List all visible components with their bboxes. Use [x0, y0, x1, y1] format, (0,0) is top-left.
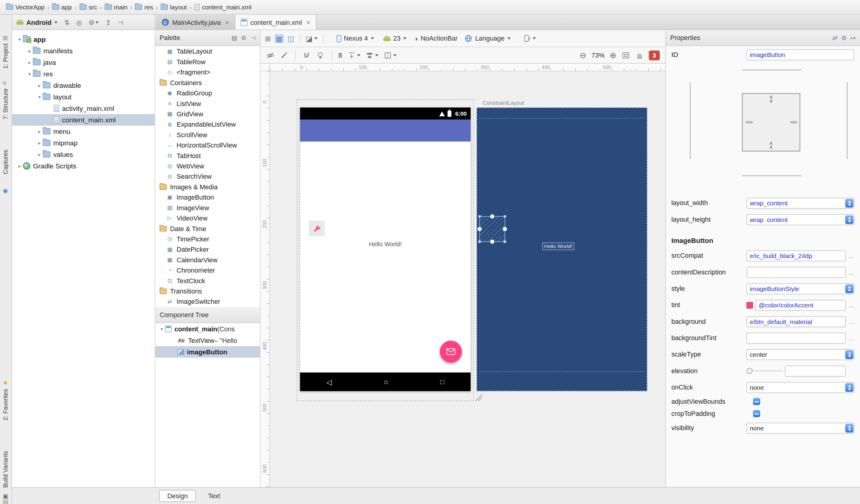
canvas-resize-grip[interactable] [474, 393, 483, 402]
settings-button[interactable]: ⚙ [89, 19, 99, 26]
infer-constraints-icon[interactable] [316, 51, 325, 60]
more-button[interactable]: … [848, 269, 855, 275]
theme-editor-button[interactable]: ◪ [306, 35, 318, 42]
error-count-badge[interactable]: 3 [649, 50, 660, 60]
prop-field-backgroundTint[interactable] [746, 333, 846, 344]
api-selector[interactable]: 23 [383, 34, 407, 42]
palette-item[interactable]: ⇄ImageSwitcher [155, 296, 260, 306]
palette-item[interactable]: ⊟TabHost [155, 150, 260, 160]
tristate-checkbox[interactable] [753, 410, 760, 417]
component-tree-item[interactable]: AbTextView – "Hello [155, 335, 260, 346]
constraint-anchor-top[interactable] [490, 214, 494, 219]
imagebutton-widget[interactable] [309, 220, 325, 236]
resize-handle[interactable] [478, 215, 481, 218]
breadcrumb-item[interactable]: layout [159, 3, 188, 12]
resize-handle[interactable] [504, 240, 506, 243]
dropdown-arrows-icon[interactable] [845, 383, 853, 392]
default-margin-selector[interactable]: 8 [339, 51, 342, 59]
id-field[interactable]: imageButton [746, 49, 854, 60]
project-tree-item[interactable]: ▾layout [12, 91, 155, 103]
palette-view-mode-icon[interactable]: ▤ [232, 35, 238, 41]
prop-combo-visibility[interactable]: none [746, 422, 855, 433]
tree-arrow-icon[interactable]: ▸ [36, 140, 43, 146]
prop-combo-layout_height[interactable]: wrap_content [746, 214, 855, 225]
tool-window-button[interactable]: 1: Project [2, 43, 9, 69]
blueprint-preview[interactable]: Hello World! [477, 107, 647, 391]
project-tree-item[interactable]: ▾res [12, 68, 155, 80]
palette-item[interactable]: ▧ImageView [155, 202, 260, 213]
prop-field-elevation[interactable] [785, 365, 846, 376]
tab-design[interactable]: Design [159, 490, 196, 502]
prop-field-background[interactable]: e/btn_default_material [746, 316, 846, 327]
palette-item[interactable]: ⊡TextClock [155, 275, 260, 286]
guideline-selector[interactable] [383, 51, 396, 60]
theme-selector[interactable]: ◑ NoActionBar [414, 34, 458, 42]
swap-panel-icon[interactable]: ⇄ [832, 35, 837, 41]
dropdown-arrows-icon[interactable] [845, 423, 853, 432]
close-icon[interactable]: × [225, 18, 229, 26]
breadcrumb-item[interactable]: VectorApp [4, 3, 46, 12]
constraint-anchor-left[interactable] [477, 227, 482, 231]
tool-window-button[interactable]: 2: Favorites [2, 389, 9, 420]
palette-item[interactable]: ◇<fragment> [155, 67, 260, 77]
constraint-anchor-bottom[interactable] [490, 239, 494, 244]
editor-tab-content-main[interactable]: content_main.xml × [235, 15, 316, 30]
dropdown-arrows-icon[interactable] [845, 215, 853, 224]
dropdown-arrows-icon[interactable] [845, 284, 853, 293]
breadcrumb-item[interactable]: main [103, 3, 129, 12]
orientation-selector[interactable] [522, 34, 536, 43]
tool-window-button[interactable]: 7: Structure [2, 88, 9, 120]
project-tree-item[interactable]: ▸menu [12, 126, 155, 137]
palette-item[interactable]: ◔Chronometer [155, 265, 260, 275]
hide-panel-icon[interactable]: ⊣ [250, 35, 256, 41]
palette-item[interactable]: ▦DatePicker [155, 244, 260, 255]
pack-selector[interactable] [347, 51, 360, 60]
palette-item[interactable]: ◎WebView [155, 161, 260, 171]
palette-item[interactable]: ◷TimePicker [155, 234, 260, 244]
editor-tab-mainactivity[interactable]: C MainActivity.java × [156, 15, 235, 30]
design-mode-icon[interactable]: ⊞ [265, 35, 271, 42]
palette-item[interactable]: ⊙SearchView [155, 171, 260, 182]
prop-combo-layout_width[interactable]: wrap_content [746, 198, 855, 208]
gear-icon[interactable]: ⚙ [241, 35, 246, 41]
more-button[interactable]: … [848, 335, 855, 341]
palette-item[interactable]: ▷VideoView [155, 213, 260, 223]
palette-item[interactable]: ↕ScrollView [155, 129, 260, 140]
tab-text[interactable]: Text [200, 490, 228, 501]
more-button[interactable]: … [848, 252, 855, 259]
zoom-in-button[interactable]: ⊕ [610, 51, 617, 59]
palette-item[interactable]: ↔HorizontalScrollView [155, 140, 260, 150]
tree-arrow-icon[interactable]: ▸ [26, 48, 33, 53]
prop-field-tint[interactable]: @color/colorAccent [755, 300, 846, 311]
slider-knob[interactable] [746, 368, 752, 374]
project-tree-item[interactable]: activity_main.xml [12, 103, 155, 114]
locate-icon[interactable]: ◎ [76, 19, 82, 26]
palette-item[interactable]: ▦TableLayout [155, 46, 260, 56]
textview-hello-world[interactable]: Hello World! [300, 241, 471, 247]
toggle-toolwindows-icon[interactable]: ▣ [3, 492, 9, 499]
floating-action-button[interactable] [440, 341, 462, 362]
prop-combo-scaleType[interactable]: center [746, 349, 855, 360]
prop-combo-style[interactable]: imageButtonStyle [746, 283, 855, 294]
pan-icon[interactable] [635, 51, 644, 60]
collapse-all-icon[interactable]: ↥ [105, 19, 111, 26]
gear-icon[interactable]: ⚙ [841, 35, 847, 41]
constraint-inspector[interactable]: ∨∨ ∧∧ >>> <<< [666, 64, 860, 195]
palette-category[interactable]: Transitions [155, 286, 260, 296]
tree-arrow-icon[interactable]: ▸ [26, 60, 33, 65]
constraint-anchor-right[interactable] [502, 227, 507, 231]
selected-imagebutton[interactable] [479, 216, 505, 242]
tree-arrow-icon[interactable]: ▸ [16, 163, 23, 169]
project-tree-item[interactable]: ▸values [12, 149, 155, 160]
tree-arrow-icon[interactable]: ▾ [158, 326, 165, 332]
prop-field-srcCompat[interactable]: e/ic_build_black_24dp [746, 250, 846, 261]
tristate-checkbox[interactable] [753, 398, 760, 405]
project-tree-item[interactable]: ▾app [12, 33, 155, 45]
palette-item[interactable]: ▦CalendarView [155, 255, 260, 265]
constraint-widget-box[interactable]: ∨∨ ∧∧ >>> <<< [742, 93, 800, 152]
dropdown-arrows-icon[interactable] [845, 350, 853, 359]
breadcrumb-item[interactable]: res [133, 3, 155, 12]
palette-category[interactable]: Containers [155, 77, 260, 88]
tree-arrow-icon[interactable]: ▾ [36, 94, 43, 100]
blueprint-mode-icon[interactable]: ▦ [275, 34, 284, 42]
